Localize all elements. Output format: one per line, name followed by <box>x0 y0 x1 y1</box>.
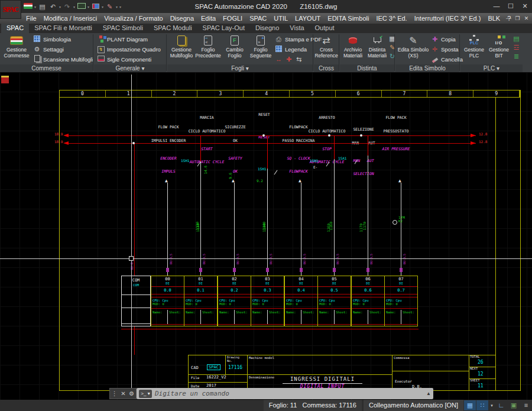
grid-toggle-icon[interactable]: ▦ <box>464 400 476 410</box>
menu-item[interactable]: BLK <box>484 15 504 22</box>
grip-dots-icon[interactable]: ⋮ <box>112 390 118 397</box>
bus-ref-label: 12.8 <box>479 140 487 144</box>
cancella-button[interactable]: Cancella <box>431 54 459 64</box>
sposta-button[interactable]: ✛Sposta <box>431 44 459 54</box>
plc-bridge-icon[interactable]: ☲ <box>512 44 520 51</box>
ruler-column-number: 1 <box>106 90 152 97</box>
menu-item[interactable]: UTIL <box>270 15 291 22</box>
tab-spac-layout[interactable]: SPAC Lay-Out <box>197 24 250 33</box>
menu-item[interactable]: Edita <box>197 15 219 22</box>
ortho-icon[interactable]: ∟ <box>495 400 507 410</box>
sheet-count-label: SHEET <box>470 378 480 382</box>
plant-diagram-button[interactable]: PLANT Diagram <box>97 34 165 44</box>
snap-toggle-icon[interactable]: ∷ <box>476 400 488 410</box>
wire-node <box>262 134 265 137</box>
ruler-column-number: 7 <box>382 90 428 97</box>
menu-item[interactable]: File <box>22 15 40 22</box>
sheet-swap-icon[interactable]: ↔ <box>275 56 283 63</box>
menu-item[interactable]: Interruttori (IEC 3^ Ed.) <box>411 15 485 22</box>
legenda-button[interactable]: Legenda <box>275 44 313 54</box>
distinta-materiali-button[interactable]: ✔ Distinta Materiali <box>365 34 390 59</box>
collegamento-status[interactable]: Collegamento Automatico [ON] <box>364 400 463 411</box>
command-prompt-icon[interactable]: >_ ▾ <box>139 390 152 398</box>
minimize-icon[interactable]: — <box>489 0 504 13</box>
drawing-canvas[interactable]: 0 1 2 3 4 5 6 7 8 9 FLOW PA <box>0 72 532 400</box>
stampa-pdf-button[interactable]: ⎙Stampa e PDF <box>275 34 313 44</box>
tab-spac[interactable]: SPAC <box>1 24 29 33</box>
foglio-precedente-button[interactable]: −« Foglio Precedente <box>194 34 222 59</box>
sheet-insert-icon[interactable]: ✚ <box>285 56 293 63</box>
workspace-icon[interactable]: ▣ <box>508 400 520 410</box>
sheet-count-value: 12 <box>478 371 484 377</box>
snap-caret-icon[interactable]: ▾ <box>489 400 495 410</box>
scansione-multifogli-button[interactable]: Scansione Multifogli <box>33 54 92 64</box>
group-label-commesse: Commesse <box>0 64 93 72</box>
ribbon: Gestione Commesse Simbologia ⚙Settaggi S… <box>0 33 532 73</box>
module-label: MOD: 0 <box>286 302 298 306</box>
maximize-icon[interactable]: ☐ <box>504 0 518 13</box>
plc-book-icon[interactable]: ▤ <box>512 35 520 43</box>
gestione-multifoglio-button[interactable]: Gestione Multifoglio <box>168 34 194 59</box>
bus-arrow-left-icon <box>63 134 69 137</box>
archivio-materiali-button[interactable]: Archivio Materiali <box>341 34 365 59</box>
wire-number: 1170 <box>362 222 366 230</box>
settaggi-button[interactable]: ⚙Settaggi <box>33 44 92 54</box>
tab-vista[interactable]: Vista <box>284 24 309 33</box>
move-icon: ✛ <box>431 46 439 53</box>
group-label-generale[interactable]: Generale ▾ <box>94 64 166 72</box>
wire-red-stub <box>368 135 368 156</box>
command-bar-grip[interactable]: ⋮ ✕ ⚙ <box>109 388 137 399</box>
menu-item[interactable]: IEC 3^ Ed. <box>372 15 410 22</box>
mdi-minimize-icon[interactable]: — <box>504 15 513 21</box>
command-input[interactable]: >_ ▾ Digitare un comando ▲ <box>137 388 433 399</box>
copia-button[interactable]: ✚Copia <box>431 34 459 44</box>
cross-reference-icon: ⇄ <box>314 34 339 47</box>
app-logo[interactable]: SPAC <box>0 0 21 19</box>
sigle-componenti-button[interactable]: Sigle Componenti <box>97 54 165 64</box>
edita-simbolo-button[interactable]: ✎ Edita Simbolo (XS) <box>397 34 430 59</box>
app-title: SPAC Automazione CAD 2020 <box>195 3 287 10</box>
menu-item[interactable]: Modifica / Inserisci <box>40 15 100 22</box>
command-history-icon[interactable]: ▲ <box>426 391 431 396</box>
menu-item[interactable]: Disegna <box>167 15 197 22</box>
sheet-count-value: 11 <box>478 383 484 389</box>
cross-reference-button[interactable]: ⇄ Cross Reference <box>314 34 339 59</box>
denominazione-label: Denominazione <box>249 376 274 379</box>
foglio-status: Foglio: 11 <box>269 402 297 409</box>
feed-wire <box>134 143 135 276</box>
gestione-bit-button[interactable]: I/O Gestione BIT <box>486 34 511 59</box>
close-icon[interactable]: ✕ <box>518 0 532 13</box>
command-close-icon[interactable]: ✕ <box>121 390 125 397</box>
tab-disegno[interactable]: Disegno <box>250 24 284 33</box>
group-label-fogli[interactable]: Fogli ▾ <box>167 64 313 72</box>
gestione-plc-button[interactable]: PLC Gestione PLC <box>462 34 486 59</box>
menu-item[interactable]: SPAC <box>246 15 270 22</box>
menu-item[interactable]: EDITA Simboli <box>324 15 372 22</box>
mdi-restore-icon[interactable]: ❐ <box>513 15 522 21</box>
menu-item[interactable]: Visualizza / Formato <box>100 15 166 22</box>
document-name: Z16105.dwg <box>300 3 337 10</box>
tab-output[interactable]: Output <box>310 24 340 33</box>
io-marker <box>166 268 169 272</box>
drawing-tab-icon[interactable] <box>1 76 9 83</box>
menu-item[interactable]: LAYOUT <box>291 15 324 22</box>
cambio-foglio-button[interactable]: F Cambio Foglio <box>222 34 248 59</box>
sheet-export-icon[interactable]: ⇆ <box>295 56 303 63</box>
channel-address: 0.5 <box>318 288 351 293</box>
simbologia-button[interactable]: Simbologia <box>33 34 92 44</box>
tab-spac-fili-morsetti[interactable]: SPAC Fili e Morsetti <box>29 24 98 33</box>
plc-list-icon[interactable]: ≣ <box>512 53 520 60</box>
mdi-close-icon[interactable]: ✕ <box>522 15 531 21</box>
tab-spac-moduli[interactable]: SPAC Moduli <box>148 24 197 33</box>
group-label-plc[interactable]: PLC ▾ <box>460 64 523 72</box>
menu-item[interactable]: FOGLI <box>219 15 246 22</box>
gestione-commesse-button[interactable]: Gestione Commesse <box>2 34 31 59</box>
command-wrench-icon[interactable]: ⚙ <box>129 390 134 397</box>
signal-wire <box>301 183 301 276</box>
module-label: MOD: 0 <box>319 302 331 306</box>
tab-spac-simboli[interactable]: SPAC Simboli <box>98 24 148 33</box>
channel-number: 06 <box>352 277 384 281</box>
status-menu-icon[interactable]: ≡ <box>520 400 532 410</box>
foglio-seguente-button[interactable]: +» Foglio Seguente <box>248 34 274 59</box>
impostazione-quadro-button[interactable]: ↯Impostazione Quadro <box>97 44 165 54</box>
